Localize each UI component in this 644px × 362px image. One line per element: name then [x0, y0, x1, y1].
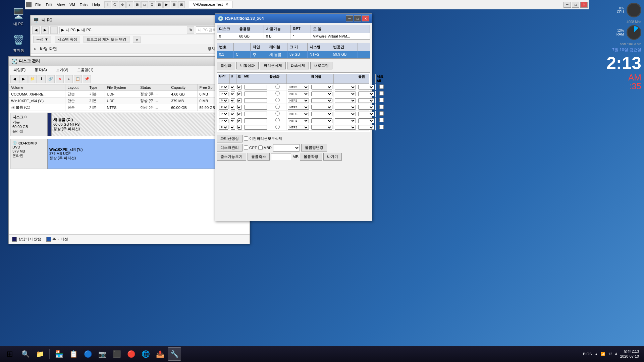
tb-copy[interactable]: 📋	[74, 75, 82, 83]
row-vol-sel-3[interactable]	[358, 105, 374, 110]
row-label-sel-1[interactable]	[311, 92, 332, 96]
row-type-sel-1[interactable]: Pri	[219, 92, 228, 96]
menu-view[interactable]: View	[55, 2, 67, 7]
row-active-radio-0[interactable]	[275, 84, 280, 89]
row-label2-sel-4[interactable]	[335, 112, 356, 116]
forward-btn[interactable]: ▶	[41, 26, 49, 34]
row-check-0[interactable]	[379, 84, 384, 89]
prev-delete-checkbox[interactable]	[244, 136, 248, 141]
toolbar-icon-5[interactable]: □	[141, 1, 148, 8]
row-active-radio-6[interactable]	[275, 125, 280, 129]
ribbon-config[interactable]: 구성 ▼	[33, 36, 51, 43]
diskmgr-menu-file[interactable]: 파일(F)	[11, 67, 28, 73]
taskbar-app2[interactable]: 📷	[96, 347, 109, 361]
gpt-checkbox[interactable]	[244, 145, 248, 150]
tb-forward[interactable]: ▶	[19, 75, 28, 83]
row-check-2[interactable]	[379, 98, 384, 102]
toolbar-icon-9[interactable]: ⊞	[171, 1, 177, 8]
row-active-radio-3[interactable]	[275, 105, 280, 109]
row-type-sel-5[interactable]: Pri	[219, 118, 228, 123]
deactivate-btn[interactable]: 비활성화	[236, 62, 259, 69]
row-order-sel-1[interactable]	[237, 92, 242, 96]
toolbar-icon-10[interactable]: ⊠	[178, 1, 185, 8]
toolbar-icon-2[interactable]: ⊙	[119, 1, 126, 8]
menu-help[interactable]: Help	[90, 2, 102, 7]
row-label-sel-5[interactable]	[311, 118, 332, 123]
refresh-btn[interactable]: 새로고침	[310, 62, 332, 69]
gpt-check[interactable]: GPT	[244, 145, 257, 150]
vol-shrink-btn[interactable]: 볼륨축소	[248, 153, 270, 161]
vol-rename-btn[interactable]: 볼륨명변경	[301, 144, 327, 152]
back-btn[interactable]: ◀	[32, 26, 40, 34]
row-vol-sel-0[interactable]	[358, 85, 374, 89]
row-active-radio-1[interactable]	[275, 91, 280, 96]
row-check-6[interactable]	[379, 125, 384, 129]
row-order-sel-3[interactable]	[237, 105, 242, 110]
delete-part-btn[interactable]: 파티션삭제	[260, 62, 286, 69]
desktop-icon-recycle[interactable]: 🗑️ 휴지통	[7, 33, 30, 53]
row-label2-sel-5[interactable]	[335, 118, 356, 123]
mbr-check[interactable]: MBR	[258, 145, 272, 150]
vmhd-tab[interactable]: VHDman.exe Test ✕	[189, 1, 233, 8]
row-check-5[interactable]	[379, 118, 384, 122]
delete-disk-btn[interactable]: Disk삭제	[287, 62, 309, 69]
row-fs-sel-2[interactable]: NTFS	[288, 98, 309, 103]
toolbar-icon-1[interactable]: ⬡	[112, 1, 118, 8]
ribbon-more[interactable]: »	[133, 37, 141, 43]
taskbar-power[interactable]: 🔴	[124, 347, 138, 361]
taskbar-registry[interactable]: 📋	[67, 347, 80, 361]
row-mb-input-6[interactable]	[244, 125, 267, 130]
row-vol-sel-2[interactable]	[358, 98, 374, 103]
tb-folder[interactable]: 📁	[29, 75, 37, 83]
row-u-sel-4[interactable]	[231, 112, 235, 116]
menu-vm[interactable]: VM	[67, 2, 77, 7]
row-label2-sel-6[interactable]	[335, 125, 356, 130]
row-mb-input-3[interactable]	[244, 105, 267, 110]
create-partition-btn[interactable]: 파티션생성	[217, 135, 243, 142]
disk-mgr-btn[interactable]: 디스크관리	[217, 144, 243, 152]
refresh-btn[interactable]: ↻	[187, 26, 194, 34]
taskbar-upload[interactable]: 📤	[153, 347, 167, 361]
row-mb-input-2[interactable]	[244, 98, 267, 103]
taskbar-search[interactable]: 🔍	[19, 347, 32, 361]
rspart-part-row[interactable]: 0:1 C: 주 새 볼륨 59 GB NTFS 59.9 GB	[217, 51, 370, 58]
row-mb-input-1[interactable]	[244, 92, 267, 96]
table-row[interactable]: CCCOMA_X64FRE... 단순 기본 UDF 정상 (주 ... 4.6…	[9, 91, 250, 98]
rspart-close-btn[interactable]: ✕	[362, 15, 369, 21]
exit-btn[interactable]: 나가기	[323, 153, 342, 161]
row-mb-input-0[interactable]	[244, 85, 267, 89]
rspart-maximize-btn[interactable]: □	[354, 15, 361, 21]
menu-file[interactable]: File	[33, 2, 43, 7]
tb-back[interactable]: ◀	[10, 75, 18, 83]
menu-edit[interactable]: Edit	[44, 2, 54, 7]
row-fs-sel-0[interactable]: NTFS	[288, 85, 309, 89]
expand-icon[interactable]: ▶	[34, 47, 37, 51]
up-btn[interactable]: ↑	[50, 26, 58, 34]
table-row[interactable]: 새 볼륨 (C:) 단순 기본 NTFS 정상 (주 ... 60.00 GB …	[9, 104, 250, 111]
vmhd-maximize-btn[interactable]: □	[572, 2, 579, 8]
vol-expand-btn[interactable]: 볼륨확장	[300, 153, 322, 161]
row-u-sel-3[interactable]	[231, 105, 235, 110]
ribbon-programs[interactable]: 프로그램 제거 또는 변경	[84, 36, 129, 43]
row-vol-sel-5[interactable]	[358, 118, 374, 123]
row-fs-sel-1[interactable]: NTFS	[288, 92, 309, 96]
row-fs-sel-4[interactable]: NTFS	[288, 112, 309, 116]
tb-info[interactable]: ℹ	[38, 75, 46, 83]
row-label2-sel-2[interactable]	[335, 98, 356, 103]
mypc-nav-section[interactable]: 바탕 화면	[40, 46, 57, 52]
taskbar-app1[interactable]: 🔵	[81, 347, 95, 361]
toolbar-icon-pause[interactable]: ⏸	[104, 1, 111, 8]
diskmgr-menu-help[interactable]: 도움말(H)	[75, 67, 95, 73]
row-u-sel-5[interactable]	[231, 118, 235, 123]
mb-input[interactable]	[271, 154, 291, 160]
row-order-sel-6[interactable]	[237, 125, 242, 130]
row-mb-input-5[interactable]	[244, 118, 267, 123]
row-active-radio-2[interactable]	[275, 98, 280, 102]
tb-delete[interactable]: ✕	[56, 75, 64, 83]
row-u-sel-2[interactable]	[231, 98, 235, 103]
prev-delete-check[interactable]: 이전파티션모두삭제	[244, 136, 282, 141]
rspart-disk-row[interactable]: 0 60 GB 0 B * VMware Virtual NVM...	[217, 33, 370, 39]
row-vol-sel-1[interactable]	[358, 92, 374, 96]
row-mb-input-4[interactable]	[244, 112, 267, 116]
row-vol-sel-4[interactable]	[358, 112, 374, 116]
